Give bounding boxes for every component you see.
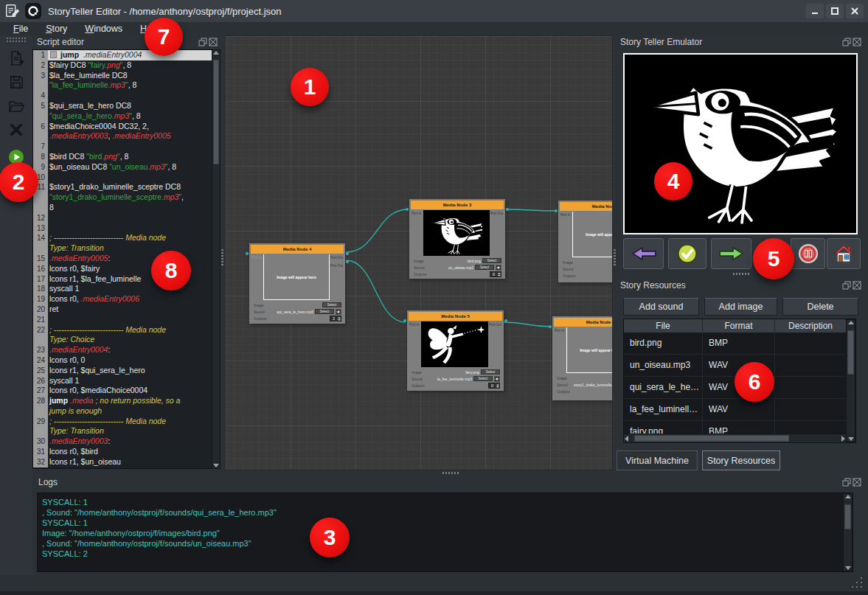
right-splitter-handle[interactable] (614, 249, 616, 265)
media-node[interactable]: Media Node 3Port InPort OutImagebird.png… (409, 199, 505, 279)
code-line: 25lcons r1, $qui_sera_le_hero (33, 366, 220, 376)
float-panel-icon[interactable] (842, 38, 851, 46)
port-in[interactable]: Port In (409, 323, 419, 327)
port-out-dot[interactable] (346, 260, 349, 263)
column-header-format[interactable]: Format (703, 319, 775, 333)
emulator-home-button[interactable] (827, 238, 861, 269)
table-cell (775, 355, 847, 376)
code-line: 19lcons r0, .mediaEntry0006 (33, 294, 220, 305)
port-out[interactable]: Port Out (490, 212, 503, 215)
media-node-title[interactable]: Media Node 5 (409, 312, 502, 321)
port-out-dot[interactable] (504, 319, 507, 322)
node-graph-canvas[interactable]: Media Node 4Port InPort OutPort OutImage… (225, 35, 613, 470)
table-cell (775, 333, 847, 354)
emulator-resources-splitter[interactable] (733, 273, 749, 275)
outputs-spinner[interactable]: 0 (490, 271, 501, 277)
port-in-dot[interactable] (403, 319, 406, 322)
port-in-dot[interactable] (549, 325, 552, 328)
resources-vertical-scrollbar[interactable] (846, 319, 855, 442)
speaker-icon[interactable] (336, 309, 341, 315)
menu-windows[interactable]: Windows (77, 24, 130, 34)
tab-virtual-machine[interactable]: Virtual Machine (617, 450, 698, 470)
open-file-button[interactable] (7, 97, 26, 116)
emulator-forward-button[interactable] (711, 238, 751, 269)
port-out-dot[interactable] (346, 252, 349, 255)
close-button[interactable] (846, 4, 864, 18)
media-node[interactable]: Media Node 5Port InPort OutImagefairy.pn… (407, 310, 504, 391)
float-panel-icon[interactable] (198, 38, 207, 46)
speaker-icon[interactable] (496, 265, 501, 271)
select-image-button[interactable]: Select (481, 369, 500, 375)
column-header-description[interactable]: Description (775, 319, 847, 333)
media-node[interactable]: Media Node 4Port InPort OutPort OutImage… (249, 243, 345, 324)
outputs-spinner[interactable]: 0 (488, 383, 500, 389)
forward-arrow-icon (718, 244, 745, 263)
port-out[interactable]: Port Out (330, 256, 343, 260)
close-panel-icon[interactable] (209, 38, 218, 46)
tab-story-resources[interactable]: Story Resources (702, 450, 780, 470)
port-in-dot[interactable] (406, 208, 409, 211)
media-node[interactable]: Media Node 7Port InPort OutImage will ap… (558, 201, 613, 282)
media-node-title[interactable]: Media Node 4 (251, 245, 344, 254)
media-node-title[interactable]: Media Node 6 (554, 318, 613, 327)
table-row[interactable]: la_fee_luminelle.mp3WAV (624, 399, 855, 421)
port-out[interactable]: Port Out (330, 264, 343, 268)
emulator-back-button[interactable] (623, 238, 664, 269)
log-line: SYSCALL: 2 (42, 549, 853, 559)
select-sound-button[interactable]: Select (315, 309, 334, 314)
port-in-dot[interactable] (246, 252, 249, 255)
media-node-title[interactable]: Media Node 3 (411, 201, 504, 209)
float-panel-icon[interactable] (842, 281, 851, 290)
minimize-button[interactable] (806, 4, 824, 18)
column-header-file[interactable]: File (624, 319, 703, 333)
close-panel-icon[interactable] (853, 281, 861, 290)
media-node-title[interactable]: Media Node 7 (560, 202, 613, 211)
port-in[interactable]: Port In (555, 329, 564, 333)
port-in-dot[interactable] (555, 209, 558, 212)
table-row[interactable]: bird.pngBMP (624, 333, 855, 355)
logs-header: Logs (38, 476, 58, 489)
add-sound-button[interactable]: Add sound (623, 298, 699, 316)
float-panel-icon[interactable] (842, 478, 851, 487)
add-image-button[interactable]: Add image (704, 298, 777, 316)
speaker-icon[interactable] (494, 376, 500, 382)
menu-story[interactable]: Story (38, 24, 74, 34)
resources-horizontal-scrollbar[interactable] (623, 434, 847, 443)
window-resize-grip[interactable] (850, 577, 865, 591)
port-out-dot[interactable] (506, 208, 509, 211)
delete-button[interactable]: Delete (782, 298, 858, 316)
select-sound-button[interactable]: Select (475, 265, 494, 270)
left-splitter-handle[interactable] (221, 249, 223, 265)
new-file-button[interactable] (7, 49, 26, 68)
emulator-pause-button[interactable] (791, 238, 825, 269)
port-in[interactable]: Port In (412, 212, 421, 215)
script-editor[interactable]: 1jump .mediaEntry00042$fairy DC8 "fairy.… (32, 49, 221, 469)
code-line: 7 (33, 142, 220, 152)
annotation-circle-5: 5 (753, 238, 794, 279)
toolbar-drag-handle[interactable] (7, 37, 26, 43)
script-editor-scrollbar[interactable] (212, 49, 221, 469)
outputs-spinner[interactable]: 2 (330, 316, 341, 321)
save-button[interactable] (7, 72, 26, 91)
storyteller-app-icon (25, 3, 41, 19)
port-out[interactable]: Port Out (489, 323, 501, 327)
emulator-ok-button[interactable] (668, 238, 706, 269)
select-sound-button[interactable]: Select (473, 376, 493, 381)
save-icon (8, 74, 25, 91)
script-editor-dock-icons (198, 38, 218, 46)
logs-scrollbar[interactable] (843, 493, 853, 571)
code-line: 8 (33, 203, 220, 213)
logs-splitter-handle[interactable] (442, 472, 459, 474)
select-image-button[interactable]: Select (322, 302, 341, 307)
close-panel-icon[interactable] (853, 478, 861, 487)
maximize-button[interactable] (826, 4, 844, 18)
port-in[interactable]: Port In (251, 256, 261, 260)
annotation-circle-1: 1 (291, 68, 329, 106)
port-in[interactable]: Port In (560, 213, 570, 217)
media-node[interactable]: Media Node 6Port InPort OutImage will ap… (552, 316, 613, 400)
select-image-button[interactable]: Select (482, 258, 501, 263)
code-line: 28jump .media ; no return possible, so a (33, 396, 220, 406)
close-panel-icon[interactable] (853, 38, 861, 46)
menu-file[interactable]: File (6, 24, 35, 34)
close-project-button[interactable] (7, 120, 26, 139)
